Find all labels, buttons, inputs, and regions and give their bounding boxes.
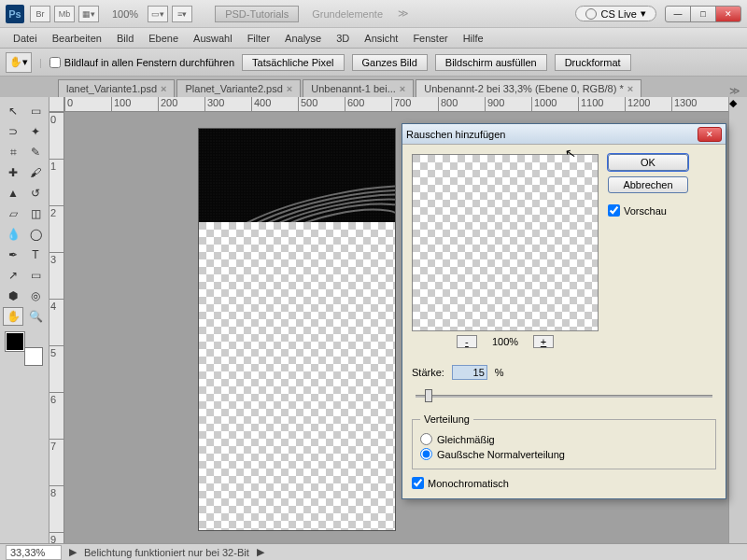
uniform-radio[interactable]: Gleichmäßig <box>420 433 708 445</box>
menu-bild[interactable]: Bild <box>109 33 141 44</box>
close-button[interactable]: ✕ <box>715 6 741 22</box>
menu-ansicht[interactable]: Ansicht <box>357 33 405 44</box>
shape-tool[interactable]: ▭ <box>25 266 46 285</box>
crop-tool[interactable]: ⌗ <box>3 143 23 161</box>
move-tool[interactable]: ↖ <box>3 102 23 120</box>
eraser-tool[interactable]: ▱ <box>3 204 23 223</box>
maximize-button[interactable]: □ <box>690 6 716 22</box>
ps-logo: Ps <box>6 5 24 23</box>
status-info: Belichtung funktioniert nur bei 32-Bit <box>84 547 249 558</box>
monochrome-checkbox[interactable]: Monochromatisch <box>412 477 716 489</box>
dodge-tool[interactable]: ◯ <box>25 225 46 244</box>
arrange-button[interactable]: ▦▾ <box>78 6 99 22</box>
fit-screen-button[interactable]: Ganzes Bild <box>352 54 428 71</box>
stamp-tool[interactable]: ▲ <box>3 184 23 203</box>
path-tool[interactable]: ↗ <box>3 266 23 285</box>
color-swatches[interactable] <box>6 332 43 366</box>
percent-label: % <box>495 367 504 378</box>
cancel-button[interactable]: Abbrechen <box>608 176 688 193</box>
document-tab[interactable]: Unbenannt-1 bei...× <box>303 79 414 97</box>
workspace-tab-tutorials[interactable]: PSD-Tutorials <box>215 6 299 22</box>
amount-label: Stärke: <box>412 367 444 378</box>
menu-fenster[interactable]: Fenster <box>405 33 455 44</box>
hand-tool[interactable]: ✋ <box>3 307 23 326</box>
dialog-title: Rauschen hinzufügen <box>406 129 505 140</box>
more-workspaces-icon[interactable]: ≫ <box>398 7 409 20</box>
zoom-in-button[interactable]: + <box>533 335 554 348</box>
minimize-button[interactable]: — <box>665 6 691 22</box>
cslive-button[interactable]: CS Live ▾ <box>575 6 656 21</box>
document-tab[interactable]: Planet_Variante2.psd× <box>176 79 301 97</box>
distribution-legend: Verteilung <box>420 413 473 425</box>
3d-tool[interactable]: ⬢ <box>3 287 23 305</box>
amount-input[interactable] <box>452 365 487 380</box>
menu-bearbeiten[interactable]: Bearbeiten <box>45 33 109 44</box>
blur-tool[interactable]: 💧 <box>3 225 23 244</box>
menu-analyse[interactable]: Analyse <box>277 33 329 44</box>
pen-tool[interactable]: ✒ <box>3 245 23 264</box>
ok-button[interactable]: OK <box>608 154 688 171</box>
document-tab-active[interactable]: Unbenannt-2 bei 33,3% (Ebene 0, RGB/8) *… <box>416 79 641 97</box>
menu-ebene[interactable]: Ebene <box>141 33 186 44</box>
history-brush-tool[interactable]: ↺ <box>25 184 46 203</box>
menu-datei[interactable]: Datei <box>6 33 45 44</box>
svg-rect-7 <box>199 129 395 222</box>
menu-auswahl[interactable]: Auswahl <box>186 33 240 44</box>
ruler-vertical: 0123456789 <box>49 112 64 543</box>
document-tabbar: lanet_Variante1.psd× Planet_Variante2.ps… <box>0 77 747 97</box>
status-arrow-icon[interactable]: ▶ <box>69 546 77 558</box>
tools-panel: ↖ ▭ ⊃ ✦ ⌗ ✎ ✚ 🖌 ▲ ↺ ▱ ◫ 💧 ◯ ✒ T ↗ ▭ ⬢ ◎ … <box>0 97 49 543</box>
wand-tool[interactable]: ✦ <box>25 122 46 141</box>
gradient-tool[interactable]: ◫ <box>25 204 46 223</box>
print-size-button[interactable]: Druckformat <box>555 54 631 71</box>
dialog-close-button[interactable]: ✕ <box>698 127 722 142</box>
close-icon[interactable]: × <box>161 83 166 94</box>
hand-tool-icon[interactable]: ✋▾ <box>6 52 32 73</box>
zoom-input[interactable]: 33,33% <box>6 545 62 560</box>
ruler-horizontal: 0100200300400500600700800900100011001200… <box>64 97 728 112</box>
fill-screen-button[interactable]: Bildschirm ausfüllen <box>435 54 547 71</box>
menu-hilfe[interactable]: Hilfe <box>456 33 491 44</box>
minibridge-button[interactable]: Mb <box>54 6 75 22</box>
actual-pixels-button[interactable]: Tatsächliche Pixel <box>242 54 344 71</box>
scroll-all-checkbox[interactable]: Bildlauf in allen Fenstern durchführen <box>49 57 234 68</box>
menubar: Datei Bearbeiten Bild Ebene Auswahl Filt… <box>0 28 747 49</box>
menu-3d[interactable]: 3D <box>329 33 357 44</box>
workspace-tab-basics[interactable]: Grundelemente <box>303 7 392 21</box>
preview-checkbox[interactable]: Vorschau <box>608 204 716 217</box>
foreground-swatch[interactable] <box>6 332 24 351</box>
brush-tool[interactable]: 🖌 <box>25 163 46 182</box>
status-arrow-icon[interactable]: ▶ <box>257 546 264 558</box>
background-swatch[interactable] <box>24 347 43 366</box>
lasso-tool[interactable]: ⊃ <box>3 122 23 141</box>
document-tab[interactable]: lanet_Variante1.psd× <box>58 79 175 97</box>
gaussian-radio[interactable]: Gaußsche Normalverteilung <box>420 448 708 460</box>
options-bar: ✋▾ | Bildlauf in allen Fenstern durchfüh… <box>0 49 747 77</box>
preview-box[interactable] <box>412 154 599 331</box>
type-tool[interactable]: T <box>25 245 46 264</box>
dialog-titlebar[interactable]: Rauschen hinzufügen ✕ <box>402 124 726 145</box>
distribution-group: Verteilung Gleichmäßig Gaußsche Normalve… <box>412 413 716 469</box>
titlebar: Ps Br Mb ▦▾ 100% ▭▾ ≡▾ PSD-Tutorials Gru… <box>0 0 747 28</box>
close-icon[interactable]: × <box>400 83 405 94</box>
eyedropper-tool[interactable]: ✎ <box>25 143 46 161</box>
add-noise-dialog: Rauschen hinzufügen ✕ - 100% + OK Abbrec… <box>402 123 726 499</box>
preview-zoom-value: 100% <box>492 336 518 347</box>
panels-collapsed[interactable]: ◆ <box>728 97 747 543</box>
document-canvas[interactable] <box>199 129 395 530</box>
bridge-button[interactable]: Br <box>30 6 50 22</box>
heal-tool[interactable]: ✚ <box>3 163 23 182</box>
menu-filter[interactable]: Filter <box>240 33 277 44</box>
canvas-transparent <box>199 222 395 530</box>
3d-camera-tool[interactable]: ◎ <box>25 287 46 305</box>
zoom-out-button[interactable]: - <box>457 335 477 348</box>
zoom-tool[interactable]: 🔍 <box>25 307 46 326</box>
more-tabs-icon[interactable]: ≫ <box>723 85 747 97</box>
screenmode-button[interactable]: ▭▾ <box>148 6 168 22</box>
close-icon[interactable]: × <box>627 83 633 94</box>
close-icon[interactable]: × <box>287 83 292 94</box>
marquee-tool[interactable]: ▭ <box>25 102 46 120</box>
extras-button[interactable]: ≡▾ <box>172 6 192 22</box>
statusbar: 33,33% ▶ Belichtung funktioniert nur bei… <box>0 543 747 560</box>
amount-slider[interactable] <box>416 387 712 406</box>
